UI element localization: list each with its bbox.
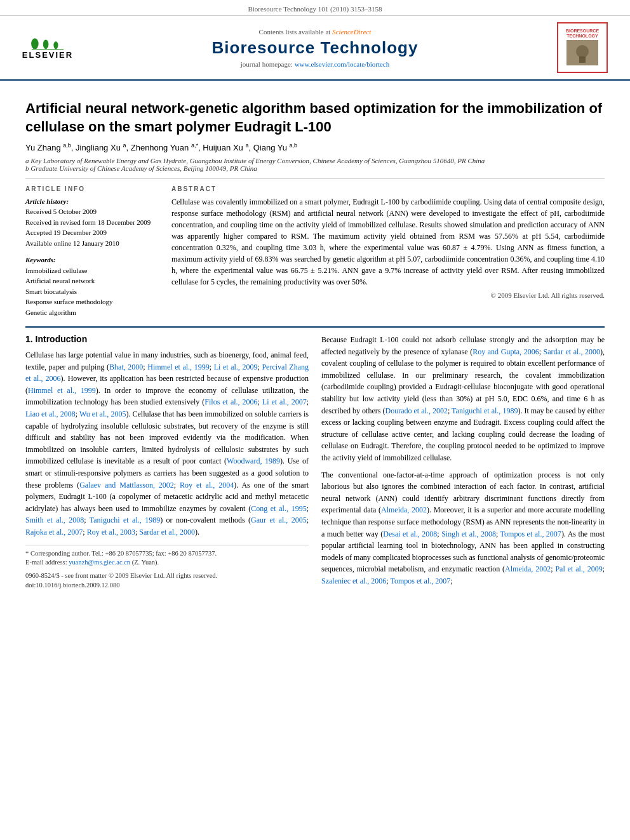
available-date: Available online 12 January 2010 — [25, 238, 159, 249]
homepage-url[interactable]: www.elsevier.com/locate/biortech — [295, 60, 390, 68]
section1-heading: 1. Introduction — [25, 334, 309, 344]
body-para2-right: Because Eudragit L-100 could not adsorb … — [321, 334, 605, 464]
journal-homepage: journal homepage: www.elsevier.com/locat… — [83, 60, 547, 68]
keywords-label: Keywords: — [25, 255, 159, 265]
elsevier-logo: ELSEVIER — [19, 36, 76, 60]
article-title: Artificial neural network-genetic algori… — [25, 100, 605, 136]
svg-point-5 — [53, 41, 58, 49]
svg-point-3 — [43, 39, 49, 48]
ref-roy-gupta-2006[interactable]: Roy and Gupta, 2006 — [473, 347, 539, 356]
ref-taniguchi-1989b[interactable]: Taniguchi et al., 1989 — [452, 406, 518, 415]
svg-point-1 — [31, 38, 39, 49]
divider-1 — [25, 178, 605, 179]
ref-rajoka-2007[interactable]: Rajoka et al., 2007 — [25, 528, 83, 537]
journal-title-area: Contents lists available at ScienceDirec… — [83, 28, 547, 68]
ref-almeida-2002a[interactable]: Almeida, 2002 — [381, 505, 427, 514]
abstract-label: ABSTRACT — [171, 185, 605, 192]
ref-tompos-2007b[interactable]: Tompos et al., 2007 — [390, 577, 450, 585]
journal-header-box: ELSEVIER Contents lists available at Sci… — [0, 16, 630, 81]
ref-cong-1995[interactable]: Cong et al., 1995 — [251, 504, 307, 513]
ref-taniguchi-1989a[interactable]: Taniguchi et al., 1989 — [90, 516, 160, 524]
ref-smith-2008[interactable]: Smith et al., 2008 — [25, 516, 84, 524]
citation-text: Bioresource Technology 101 (2010) 3153–3… — [248, 5, 382, 13]
journal-badge-area: BIORESOURCETECHNOLOGY — [547, 22, 617, 73]
author-qiang-yu: Qiang Yu — [253, 143, 287, 153]
elsevier-text: ELSEVIER — [22, 50, 73, 60]
ref-wu-2005[interactable]: Wu et al., 2005 — [79, 410, 126, 418]
ref-dourado-2002[interactable]: Dourado et al., 2002 — [385, 406, 447, 415]
affiliation-a: a Key Laboratory of Renewable Energy and… — [25, 157, 605, 164]
ref-roy-2003[interactable]: Roy et al., 2003 — [87, 528, 135, 537]
ref-gaur-2005[interactable]: Gaur et al., 2005 — [251, 516, 307, 524]
affiliation-b: b Graduate University of Chinese Academy… — [25, 164, 605, 172]
body-para3-right: The conventional one-factor-at-a-time ap… — [321, 469, 605, 587]
keyword-2: Artificial neural network — [25, 276, 159, 286]
sciencedirect-line: Contents lists available at ScienceDirec… — [83, 28, 547, 36]
body-left-col: 1. Introduction Cellulase has large pote… — [25, 334, 309, 592]
keywords-section: Keywords: Immobilized cellulase Artifici… — [25, 255, 159, 317]
affiliations: a Key Laboratory of Renewable Energy and… — [25, 157, 605, 172]
ref-liao-2008[interactable]: Liao et al., 2008 — [25, 410, 76, 418]
ref-tompos-2007a[interactable]: Tompos et al., 2007 — [500, 530, 561, 538]
footnote-corresponding: * Corresponding author. Tel.: +86 20 870… — [25, 549, 309, 559]
keyword-3: Smart biocatalysis — [25, 286, 159, 297]
author-jingliang-xu: Jingliang Xu — [76, 143, 121, 153]
article-info-col: ARTICLE INFO Article history: Received 5… — [25, 185, 159, 318]
elsevier-tree-icon — [22, 36, 73, 50]
author-huijuan-xu: Huijuan Xu — [203, 143, 243, 153]
body-section: 1. Introduction Cellulase has large pote… — [25, 334, 605, 592]
sciencedirect-link[interactable]: ScienceDirect — [332, 28, 371, 36]
footnote-area: * Corresponding author. Tel.: +86 20 870… — [25, 545, 309, 590]
abstract-col: ABSTRACT Cellulase was covalently immobi… — [171, 185, 605, 318]
article-info-label: ARTICLE INFO — [25, 185, 159, 192]
body-right-col: Because Eudragit L-100 could not adsorb … — [321, 334, 605, 592]
svg-point-8 — [576, 45, 589, 58]
copyright-line: © 2009 Elsevier Ltd. All rights reserved… — [171, 291, 605, 299]
received-revised-date: Received in revised form 18 December 200… — [25, 217, 159, 228]
ref-sardar-2000b[interactable]: Sardar et al., 2000 — [544, 347, 600, 356]
body-para1: Cellulase has large potential value in m… — [25, 349, 309, 538]
journal-title: Bioresource Technology — [83, 38, 547, 58]
ref-roy-2004[interactable]: Roy et al., 2004 — [180, 481, 234, 490]
badge-image — [566, 40, 598, 65]
ref-pal-2009[interactable]: Pal et al., 2009 — [555, 564, 602, 573]
ref-himmel-1999a[interactable]: Himmel et al., 1999 — [147, 363, 209, 371]
abstract-text: Cellulase was covalently immobilized on … — [171, 196, 605, 288]
ref-almeida-2002b[interactable]: Almeida, 2002 — [505, 564, 551, 573]
bioresource-badge: BIORESOURCETECHNOLOGY — [557, 22, 608, 73]
footnote-email: E-mail address: yuanzh@ms.giec.ac.cn (Z.… — [25, 558, 309, 568]
ref-himmel-1999b[interactable]: Himmel et al., 1999 — [28, 386, 96, 395]
divider-2 — [25, 326, 605, 328]
author-yu-zhang: Yu Zhang — [25, 143, 61, 153]
email-link[interactable]: yuanzh@ms.giec.ac.cn — [69, 559, 130, 566]
journal-citation: Bioresource Technology 101 (2010) 3153–3… — [0, 0, 630, 16]
ref-sardar-2000a[interactable]: Sardar et al., 2000 — [139, 528, 195, 537]
history-label: Article history: — [25, 196, 159, 207]
keyword-4: Response surface methodology — [25, 297, 159, 307]
keyword-5: Genetic algorithm — [25, 307, 159, 318]
ref-singh-2008[interactable]: Singh et al., 2008 — [441, 530, 496, 538]
ref-woodward-1989[interactable]: Woodward, 1989 — [227, 457, 280, 465]
article-history: Article history: Received 5 October 2009… — [25, 196, 159, 249]
ref-li-2007[interactable]: Li et al., 2007 — [262, 397, 307, 406]
ref-galaev-2002[interactable]: Galaev and Mattlasson, 2002 — [79, 481, 174, 490]
ref-desai-2008[interactable]: Desai et al., 2008 — [383, 530, 437, 538]
info-abstract-section: ARTICLE INFO Article history: Received 5… — [25, 185, 605, 318]
elsevier-logo-area: ELSEVIER — [13, 36, 83, 60]
badge-title: BIORESOURCETECHNOLOGY — [566, 29, 599, 38]
main-content: Artificial neural network-genetic algori… — [0, 81, 630, 592]
ref-bhat-2000[interactable]: Bhat, 2000 — [109, 363, 143, 371]
ref-filos-2006[interactable]: Filos et al., 2006 — [204, 397, 257, 406]
authors-line: Yu Zhang a,b, Jingliang Xu a, Zhenhong Y… — [25, 142, 605, 152]
received-date: Received 5 October 2009 — [25, 206, 159, 217]
author-zhenhong-yuan: Zhenhong Yuan — [131, 143, 189, 153]
ref-szaleniec-2006[interactable]: Szaleniec et al., 2006 — [321, 577, 386, 585]
badge-svg-icon — [566, 40, 598, 65]
footnote-issn: 0960-8524/$ - see front matter © 2009 El… — [25, 571, 309, 581]
keyword-1: Immobilized cellulase — [25, 265, 159, 276]
svg-rect-9 — [579, 57, 586, 63]
accepted-date: Accepted 19 December 2009 — [25, 227, 159, 238]
doi-line: doi:10.1016/j.biortech.2009.12.080 — [25, 581, 309, 590]
ref-li-2009[interactable]: Li et al., 2009 — [214, 363, 258, 371]
